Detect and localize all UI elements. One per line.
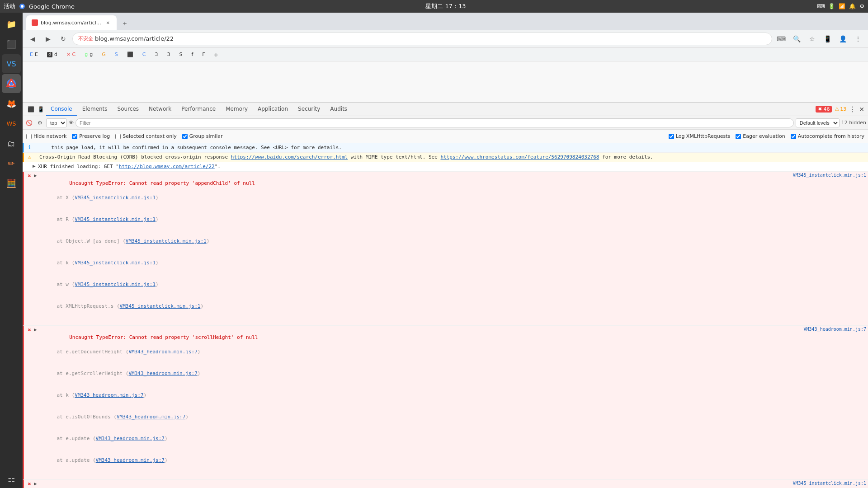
cast-button[interactable]: 📱 bbox=[821, 33, 834, 45]
new-tab-button[interactable]: + bbox=[118, 17, 131, 30]
hide-network-option[interactable]: Hide network bbox=[26, 133, 66, 139]
stack-link[interactable]: VM345_instantclick.min.js:1 bbox=[126, 238, 207, 244]
stack-link[interactable]: VM343_headroom.min.js:7 bbox=[96, 457, 165, 463]
browser-tab-active[interactable]: blog.wmsay.com/article/22 ✕ bbox=[26, 15, 117, 30]
bookmark-item[interactable]: S bbox=[111, 50, 122, 60]
bookmark-item[interactable]: F bbox=[198, 50, 208, 60]
tab-security[interactable]: Security bbox=[293, 103, 325, 116]
tab-console[interactable]: Console bbox=[46, 103, 77, 116]
corb-link[interactable]: https://www.baidu.com/search/error.html bbox=[231, 154, 348, 160]
stack-link[interactable]: VM345_instantclick.min.js:1 bbox=[120, 303, 201, 309]
os-datetime: 星期二 17：13 bbox=[425, 2, 466, 10]
bookmark-item[interactable]: 3 bbox=[151, 50, 161, 60]
sidebar-firefox-icon[interactable]: 🦊 bbox=[2, 94, 21, 113]
context-selector[interactable]: top bbox=[46, 118, 67, 127]
bookmark-item[interactable]: S bbox=[175, 50, 186, 60]
translate-button[interactable]: ⌨ bbox=[775, 33, 788, 45]
sidebar-filemanager-icon[interactable]: 🗂 bbox=[2, 134, 21, 153]
activities-label[interactable]: 活动 bbox=[4, 2, 15, 10]
log-level-selector[interactable]: Default levels Verbose Info Warnings Err… bbox=[796, 118, 840, 127]
bookmark-item[interactable]: 3 bbox=[163, 50, 174, 60]
more-options-button[interactable]: ⋮ bbox=[849, 105, 856, 113]
tab-memory[interactable]: Memory bbox=[221, 103, 252, 116]
preserve-log-option[interactable]: Preserve log bbox=[72, 133, 110, 139]
back-button[interactable]: ◀ bbox=[26, 33, 39, 45]
browser-area: blog.wmsay.com/article/22 ✕ + ◀ ▶ ↻ 不安全 … bbox=[23, 13, 868, 488]
log-message: Uncaught TypeError: Cannot read property… bbox=[39, 173, 789, 324]
devtools-responsive-button[interactable]: 📱 bbox=[36, 105, 45, 114]
bookmark-item[interactable]: ⬛ bbox=[123, 50, 137, 60]
bookmark-item[interactable]: C bbox=[139, 50, 150, 60]
reload-button[interactable]: ↻ bbox=[57, 33, 70, 45]
hide-network-checkbox[interactable] bbox=[26, 134, 32, 139]
bookmark-item[interactable]: f bbox=[188, 50, 197, 60]
log-entry: ℹ this page load, it will be confirmed i… bbox=[23, 143, 868, 153]
expand-toggle[interactable]: ▶ bbox=[34, 327, 39, 333]
selected-context-checkbox[interactable] bbox=[115, 134, 121, 139]
tab-sources[interactable]: Sources bbox=[113, 103, 143, 116]
chromestatus-link[interactable]: https://www.chromestatus.com/feature/562… bbox=[440, 154, 599, 160]
tab-performance[interactable]: Performance bbox=[177, 103, 220, 116]
group-similar-option[interactable]: Group similar bbox=[182, 133, 223, 139]
sidebar-terminal-icon[interactable]: ⬛ bbox=[2, 34, 21, 53]
sidebar-files-icon[interactable]: 📁 bbox=[2, 14, 21, 33]
devtools-close-button[interactable]: ✕ bbox=[859, 106, 864, 113]
stack-link[interactable]: VM343_headroom.min.js:7 bbox=[75, 392, 143, 398]
tab-audits[interactable]: Audits bbox=[326, 103, 352, 116]
address-input-field[interactable]: 不安全 blog.wmsay.com/article/22 bbox=[72, 33, 772, 45]
xhr-url-link[interactable]: http://blog.wmsay.com/article/22 bbox=[119, 164, 215, 169]
sidebar-vscode-icon[interactable]: VS bbox=[2, 54, 21, 73]
security-indicator: 不安全 bbox=[78, 35, 93, 42]
sidebar-design-icon[interactable]: ✏ bbox=[2, 154, 21, 173]
devtools-inspect-button[interactable]: ⬛ bbox=[26, 105, 35, 114]
sidebar-chrome-icon[interactable] bbox=[2, 74, 21, 93]
page-content bbox=[23, 61, 868, 102]
tab-close-button[interactable]: ✕ bbox=[104, 19, 111, 26]
log-source-link[interactable]: VM343_headroom.min.js:7 bbox=[800, 327, 866, 332]
bookmark-item[interactable]: d d bbox=[43, 50, 61, 60]
forward-button[interactable]: ▶ bbox=[42, 33, 54, 45]
stack-link[interactable]: VM343_headroom.min.js:7 bbox=[128, 371, 197, 376]
tab-network[interactable]: Network bbox=[144, 103, 176, 116]
expand-toggle[interactable]: ▶ bbox=[34, 481, 39, 487]
autocomplete-checkbox[interactable] bbox=[791, 134, 796, 139]
autocomplete-option[interactable]: Autocomplete from history bbox=[791, 133, 864, 139]
profile-button[interactable]: 👤 bbox=[836, 33, 849, 45]
tab-favicon bbox=[32, 19, 38, 26]
bookmark-item[interactable]: g g bbox=[81, 50, 96, 60]
zoom-button[interactable]: 🔍 bbox=[790, 33, 803, 45]
app-icon bbox=[19, 3, 25, 9]
add-bookmark-button[interactable]: + bbox=[211, 49, 222, 60]
sidebar-wps-icon[interactable]: WS bbox=[2, 114, 21, 133]
stack-link[interactable]: VM343_headroom.min.js:7 bbox=[128, 349, 197, 355]
sidebar-appgrid-icon[interactable]: ⚏ bbox=[2, 469, 21, 488]
bookmark-button[interactable]: ☆ bbox=[806, 33, 818, 45]
log-source-link[interactable]: VM345_instantclick.min.js:1 bbox=[789, 481, 866, 486]
clear-console-button[interactable]: 🚫 bbox=[24, 118, 33, 127]
bookmark-item[interactable]: ✕ C bbox=[63, 50, 79, 60]
stack-link[interactable]: VM345_instantclick.min.js:1 bbox=[75, 260, 156, 266]
log-xmlhttp-checkbox[interactable] bbox=[669, 134, 674, 139]
stack-link[interactable]: VM343_headroom.min.js:7 bbox=[117, 414, 185, 420]
bookmark-item[interactable]: E E bbox=[26, 50, 42, 60]
group-similar-checkbox[interactable] bbox=[182, 134, 188, 139]
console-settings-button[interactable]: ⚙ bbox=[35, 118, 44, 127]
expand-toggle[interactable]: ▶ bbox=[34, 173, 39, 178]
log-xmlhttp-option[interactable]: Log XMLHttpRequests bbox=[669, 133, 731, 139]
eager-eval-checkbox[interactable] bbox=[736, 134, 741, 139]
stack-link[interactable]: VM345_instantclick.min.js:1 bbox=[75, 195, 156, 201]
eager-eval-option[interactable]: Eager evaluation bbox=[736, 133, 785, 139]
stack-link[interactable]: VM343_headroom.min.js:7 bbox=[96, 436, 165, 441]
expand-toggle[interactable]: ▶ bbox=[33, 163, 38, 169]
log-source-link[interactable]: VM345_instantclick.min.js:1 bbox=[789, 173, 866, 178]
sidebar-calc-icon[interactable]: 🧮 bbox=[2, 174, 21, 192]
stack-link[interactable]: VM345_instantclick.min.js:1 bbox=[75, 216, 156, 222]
tab-elements[interactable]: Elements bbox=[78, 103, 112, 116]
tab-application[interactable]: Application bbox=[253, 103, 292, 116]
menu-button[interactable]: ⋮ bbox=[852, 33, 864, 45]
selected-context-option[interactable]: Selected context only bbox=[115, 133, 176, 139]
bookmark-item[interactable]: G bbox=[98, 50, 109, 60]
preserve-log-checkbox[interactable] bbox=[72, 134, 77, 139]
filter-input[interactable] bbox=[75, 118, 794, 127]
stack-link[interactable]: VM345_instantclick.min.js:1 bbox=[75, 282, 156, 287]
